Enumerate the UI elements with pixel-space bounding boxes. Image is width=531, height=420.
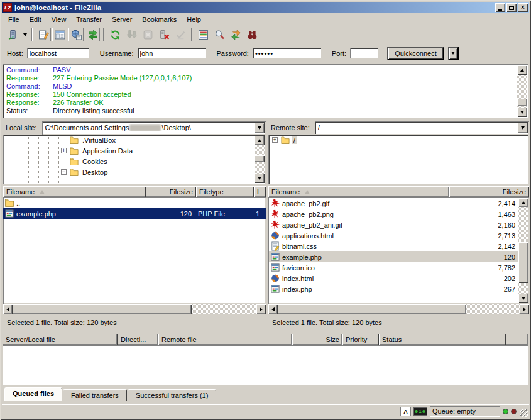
tab-successful-transfers[interactable]: Successful transfers (1) — [128, 389, 217, 401]
scroll-thumb[interactable] — [278, 304, 466, 314]
quickconnect-button[interactable]: Quickconnect — [387, 47, 444, 60]
scroll-thumb[interactable] — [255, 155, 265, 162]
file-row-selected[interactable]: example.php 120 PHP File 1 — [3, 208, 266, 219]
scroll-thumb[interactable] — [517, 99, 527, 106]
file-row[interactable]: bitnami.css2,142 — [269, 241, 518, 251]
file-row[interactable]: .. — [3, 197, 266, 208]
scroll-thumb[interactable] — [518, 242, 528, 283]
scroll-down-button[interactable] — [255, 174, 265, 183]
combo-dropdown-button[interactable] — [254, 123, 265, 133]
scroll-thumb[interactable] — [13, 304, 192, 314]
file-row[interactable]: index.html202 — [269, 273, 518, 284]
column-header-status[interactable]: Status — [379, 334, 506, 345]
column-header-filesize[interactable]: Filesize — [146, 186, 196, 197]
remote-list-scrollbar[interactable] — [518, 198, 528, 303]
toggle-queue-button[interactable] — [85, 28, 100, 41]
tab-failed-transfers[interactable]: Failed transfers — [63, 389, 127, 401]
column-header-direction[interactable]: Directi... — [118, 334, 158, 345]
tree-item-desktop[interactable]: − Desktop — [3, 167, 255, 177]
scroll-up-button[interactable] — [517, 65, 527, 75]
log-text: 227 Entering Passive Mode (127,0,0,1,6,1… — [53, 74, 192, 82]
refresh-button[interactable] — [107, 28, 123, 41]
file-search-button[interactable] — [212, 28, 227, 41]
compare-directories-button[interactable] — [244, 28, 260, 41]
menu-bookmarks[interactable]: Bookmarks — [137, 14, 182, 25]
file-row[interactable]: apache_pb2_ani.gif2,160 — [269, 219, 518, 230]
site-manager-button[interactable] — [5, 28, 20, 41]
local-list-header: Filename Filesize Filetype L — [3, 186, 266, 197]
scroll-up-button[interactable] — [518, 198, 528, 207]
quickconnect-dropdown[interactable] — [448, 47, 459, 60]
menu-server[interactable]: Server — [107, 14, 137, 25]
password-input[interactable] — [253, 48, 322, 58]
file-row[interactable]: favicon.ico7,782 — [269, 262, 518, 273]
local-site-combobox[interactable]: C:\Documents and Settings\Desktop\ — [42, 121, 266, 135]
remote-list-hscrollbar[interactable] — [268, 304, 529, 314]
column-header-filetype[interactable]: Filetype — [196, 186, 254, 197]
tree-item-application-data[interactable]: + Application Data — [3, 145, 255, 156]
local-list-hscrollbar[interactable] — [3, 304, 266, 314]
expand-icon[interactable]: + — [272, 137, 278, 143]
menu-file[interactable]: File — [3, 14, 25, 25]
local-tree-scrollbar[interactable] — [255, 136, 265, 183]
username-input[interactable] — [138, 48, 207, 58]
combo-dropdown-button[interactable] — [517, 123, 528, 133]
ascii-indicator-icon[interactable]: A — [400, 407, 411, 416]
file-row[interactable]: apache_pb2.gif2,414 — [269, 198, 518, 209]
cancel-button[interactable] — [140, 28, 155, 41]
scroll-down-button[interactable] — [518, 294, 528, 303]
tab-queued-files[interactable]: Queued files — [4, 387, 62, 401]
column-header-lastmodified[interactable]: L — [254, 186, 266, 197]
reconnect-button[interactable] — [173, 28, 188, 41]
menu-transfer[interactable]: Transfer — [71, 14, 107, 25]
queue-list[interactable] — [3, 345, 528, 385]
tree-item-cookies[interactable]: Cookies — [3, 156, 255, 167]
process-queue-button[interactable] — [124, 28, 139, 41]
remote-site-combobox[interactable]: / — [315, 121, 529, 135]
scroll-down-button[interactable] — [517, 108, 527, 117]
resize-grip[interactable] — [520, 409, 528, 417]
filter-button[interactable] — [195, 28, 211, 41]
column-header-filesize[interactable]: Filesize — [449, 186, 529, 197]
scroll-up-button[interactable] — [255, 136, 265, 145]
menu-edit[interactable]: Edit — [25, 14, 47, 25]
scroll-right-button[interactable] — [520, 304, 529, 314]
file-row[interactable]: applications.html2,713 — [269, 230, 518, 241]
disconnect-button[interactable] — [156, 28, 172, 41]
collapse-icon[interactable]: − — [61, 169, 67, 175]
port-input[interactable] — [350, 48, 378, 58]
site-manager-dropdown[interactable] — [21, 28, 29, 41]
toggle-local-tree-button[interactable] — [52, 28, 67, 41]
tree-item-virtualbox[interactable]: .VirtualBox — [3, 135, 255, 145]
column-header-filename[interactable]: Filename — [268, 186, 449, 197]
menu-view[interactable]: View — [47, 14, 72, 25]
column-header-size[interactable]: Size — [292, 334, 342, 345]
binary-indicator-icon[interactable]: 010 — [413, 407, 427, 416]
scroll-right-button[interactable] — [256, 304, 266, 314]
toggle-remote-tree-button[interactable] — [68, 28, 84, 41]
filetype-cell: PHP File — [195, 210, 253, 218]
toolbar-separator — [191, 28, 192, 41]
log-scrollbar[interactable] — [517, 65, 527, 117]
tree-item-root[interactable]: + / — [268, 135, 529, 145]
expand-icon[interactable]: + — [61, 148, 67, 153]
file-row[interactable]: apache_pb2.png1,463 — [269, 209, 518, 219]
menu-help[interactable]: Help — [182, 14, 206, 25]
host-input[interactable] — [27, 48, 90, 58]
column-header-remote-file[interactable]: Remote file — [158, 334, 292, 345]
close-button[interactable]: × — [518, 3, 528, 12]
sync-browsing-button[interactable] — [228, 28, 243, 41]
php-file-icon — [4, 209, 14, 218]
maximize-button[interactable] — [506, 3, 517, 12]
minimize-button[interactable] — [495, 3, 505, 12]
column-header-priority[interactable]: Priority — [342, 334, 379, 345]
file-row-selected[interactable]: example.php120 — [269, 251, 518, 262]
file-row[interactable]: index.php267 — [269, 284, 518, 294]
column-header-server-local-file[interactable]: Server/Local file — [3, 334, 118, 345]
remote-pane-status: Selected 1 file. Total size: 120 bytes — [268, 316, 529, 328]
toggle-log-button[interactable] — [36, 28, 51, 41]
scroll-left-button[interactable] — [3, 304, 13, 314]
title-bar[interactable]: Fz john@localhost - FileZilla × — [2, 2, 529, 13]
column-header-filename[interactable]: Filename — [3, 186, 146, 197]
scroll-left-button[interactable] — [268, 304, 278, 314]
